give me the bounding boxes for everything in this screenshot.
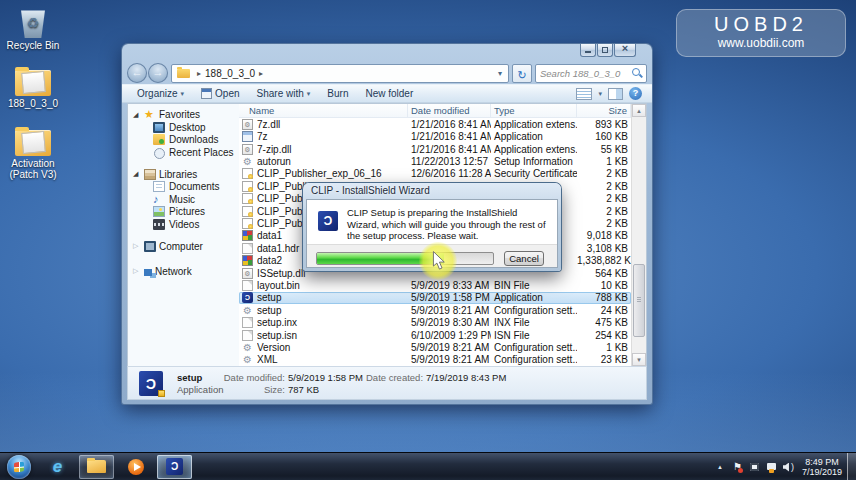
cert-icon [242,193,253,204]
table-row[interactable]: XML5/9/2019 8:21 AMConfiguration sett...… [239,354,631,366]
views-dropdown-icon[interactable]: ▾ [598,90,602,98]
search-input[interactable] [536,68,631,79]
sidebar-item-desktop[interactable]: Desktop [128,121,239,134]
start-button[interactable] [7,455,31,479]
sidebar-item-videos[interactable]: Videos [128,218,239,231]
sidebar-item-libraries[interactable]: ◢Libraries [128,168,239,181]
file-size: 160 KB [577,131,631,142]
sidebar-item-music[interactable]: Music [128,193,239,206]
expander-icon[interactable]: ◢ [133,170,141,178]
column-header-name[interactable]: Name [239,104,408,117]
recent-icon [153,147,165,158]
file-name: XML [257,354,408,365]
address-bar[interactable]: 188_0_3_0 [171,64,509,83]
sidebar-item-recent-places[interactable]: Recent Places [128,146,239,159]
show-desktop-button[interactable] [847,453,856,480]
scrollbar[interactable] [631,104,646,366]
setup-taskbar-button[interactable] [157,455,192,479]
refresh-button[interactable] [512,64,532,83]
hidden-icons-tray-icon[interactable] [715,461,726,473]
title-bar[interactable] [127,44,647,62]
toolbar-burn-button[interactable]: Burn [327,88,348,99]
scroll-down-icon[interactable] [632,353,646,366]
sidebar-item-computer[interactable]: ▷Computer [128,240,239,253]
network-tray-icon[interactable] [766,461,777,473]
sidebar-item-network[interactable]: ▷Network [128,265,239,278]
file-size: 2 KB [577,181,631,192]
file-date: 1/21/2016 8:41 AM [408,144,491,155]
breadcrumb-arrow-icon [193,69,205,78]
table-row[interactable]: setup5/9/2019 1:58 PMApplication788 KB [239,292,631,304]
table-row[interactable]: layout.bin5/9/2019 8:33 AMBIN File10 KB [239,279,631,291]
column-header-date-modified[interactable]: Date modified [408,104,491,117]
back-button[interactable] [127,63,147,83]
scroll-up-icon[interactable] [632,104,646,117]
installshield-icon [318,211,338,231]
breadcrumb-arrow-icon[interactable] [255,69,267,78]
file-type: Configuration sett... [491,305,577,316]
views-icon[interactable] [576,88,592,100]
table-row[interactable]: 7z1/21/2016 8:41 AMApplication160 KB [239,130,631,142]
action-center-tray-icon[interactable] [732,461,743,473]
sidebar-item-downloads[interactable]: Downloads [128,134,239,147]
folder-icon [177,69,190,78]
toolbar-share-with-button[interactable]: Share with▾ [257,88,311,99]
minimize-button[interactable] [580,44,596,57]
search-icon[interactable] [631,67,643,79]
toolbar-new-folder-button[interactable]: New folder [365,88,413,99]
file-name: setup.inx [257,317,408,328]
cert-icon [242,206,253,217]
expander-icon[interactable]: ▷ [133,267,141,275]
toolbar-open-button[interactable]: Open [201,88,239,99]
desktop-icon-recycle-bin[interactable]: Recycle Bin [1,4,65,51]
command-bar: Organize▾OpenShare with▾BurnNew folder ▾ [122,84,652,103]
table-row[interactable]: setup.isn6/10/2009 1:29 PMISN File254 KB [239,329,631,341]
sidebar-item-pictures[interactable]: Pictures [128,206,239,219]
ie-taskbar-button[interactable] [40,455,75,479]
sidebar-section-libraries: ◢LibrariesDocumentsMusicPicturesVideos [128,168,239,231]
sidebar-item-favorites[interactable]: ◢Favorites [128,108,239,121]
toolbar-label: Burn [327,88,348,99]
maximize-button[interactable] [597,44,613,57]
column-header-type[interactable]: Type [491,104,577,117]
player-taskbar-button[interactable] [118,455,153,479]
scroll-thumb[interactable] [633,264,645,337]
table-row[interactable]: setup.inx5/9/2019 8:30 AMINX File475 KB [239,317,631,329]
table-row[interactable]: Version5/9/2019 8:21 AMConfiguration set… [239,341,631,353]
file-date: 5/9/2019 8:21 AM [408,305,491,316]
libraries-icon [144,169,156,180]
file-name: 7-zip.dll [257,144,408,155]
table-row[interactable]: setup5/9/2019 8:21 AMConfiguration sett.… [239,304,631,316]
dialog-message: CLIP Setup is preparing the InstallShiel… [347,207,551,242]
breadcrumb[interactable]: 188_0_3_0 [205,68,255,79]
desktop-icon-folder-188[interactable]: 188_0_3_0 [1,62,65,109]
help-icon[interactable] [629,87,642,100]
expander-icon[interactable]: ◢ [133,111,141,119]
file-name: layout.bin [257,280,408,291]
dialog-title[interactable]: CLIP - InstallShield Wizard [303,183,561,199]
file-size: 1,338,882 KB [577,255,631,266]
table-row[interactable]: 7z.dll1/21/2016 8:41 AMApplication exten… [239,118,631,130]
table-row[interactable]: autorun11/22/2013 12:57 ...Setup Informa… [239,155,631,167]
column-header-size[interactable]: Size [577,104,631,117]
close-button[interactable] [614,44,636,57]
sidebar-item-documents[interactable]: Documents [128,181,239,194]
file-size: 2 KB [577,218,631,229]
clock[interactable]: 8:49 PM 7/19/2019 [802,457,842,477]
input-indicator-tray-icon[interactable] [749,461,760,473]
table-row[interactable]: 7-zip.dll1/21/2016 8:41 AMApplication ex… [239,143,631,155]
app-icon [242,131,253,142]
expander-icon[interactable]: ▷ [133,242,141,250]
search-box[interactable] [535,64,647,83]
table-row[interactable]: CLIP_Publisher_exp_06_1612/6/2016 11:28 … [239,168,631,180]
preview-pane-icon[interactable] [608,88,623,100]
desktop-icon-folder-activation[interactable]: Activation (Patch V3) [1,122,65,180]
volume-tray-icon[interactable] [783,461,794,473]
forward-button[interactable] [148,63,168,83]
address-dropdown-icon[interactable] [495,69,505,78]
cancel-button[interactable]: Cancel [504,251,544,266]
cert-icon [242,181,253,192]
file-date: 11/22/2013 12:57 ... [408,156,491,167]
toolbar-organize-button[interactable]: Organize▾ [137,88,184,99]
explorer-taskbar-button[interactable] [79,455,114,479]
